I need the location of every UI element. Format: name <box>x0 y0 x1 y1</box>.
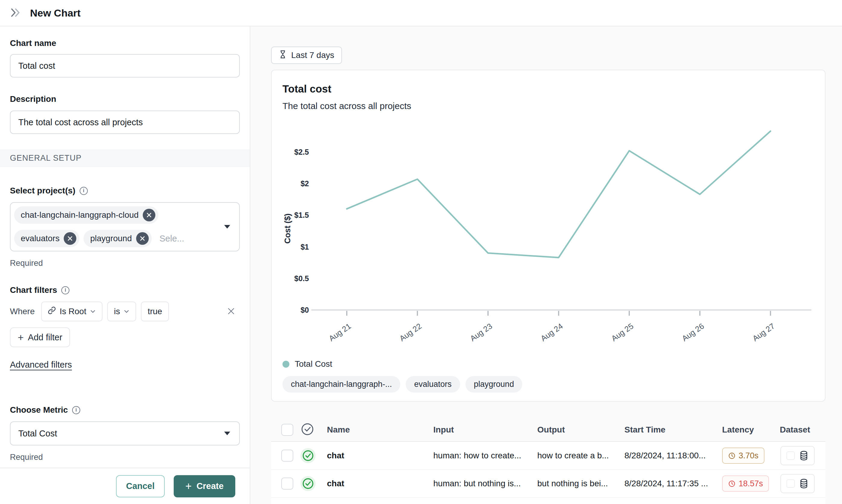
choose-metric-info-icon[interactable]: i <box>72 406 80 414</box>
general-setup-title: GENERAL SETUP <box>10 154 82 162</box>
clock-icon <box>728 480 736 487</box>
add-filter-button[interactable]: + Add filter <box>10 327 70 347</box>
project-chip: playground <box>84 230 152 247</box>
svg-text:$1: $1 <box>300 243 309 251</box>
top-header: New Chart <box>0 0 842 26</box>
clock-icon <box>728 452 736 460</box>
close-icon <box>227 307 235 316</box>
project-chip: evaluators <box>14 230 79 247</box>
project-chip-label: evaluators <box>21 234 59 243</box>
svg-text:Cost ($): Cost ($) <box>283 214 292 244</box>
latency-badge: 18.57s <box>722 475 769 492</box>
close-icon <box>146 212 152 218</box>
add-filter-label: Add filter <box>28 332 62 342</box>
form-footer: Cancel + Create <box>0 468 250 504</box>
chart-preview-card: Total cost The total cost across all pro… <box>271 70 825 401</box>
run-input: human: how to create... <box>433 451 537 461</box>
create-button[interactable]: + Create <box>174 475 235 498</box>
row-status <box>300 448 327 463</box>
remove-project-button[interactable] <box>143 209 155 221</box>
filter-operator-dropdown[interactable]: is <box>107 302 136 321</box>
filter-field-dropdown[interactable]: Is Root <box>41 302 103 321</box>
close-icon <box>67 236 73 241</box>
svg-text:Aug 23: Aug 23 <box>469 321 494 343</box>
dataset-checkbox[interactable] <box>786 479 795 488</box>
filter-where-label: Where <box>10 307 35 316</box>
project-select-placeholder: Sele... <box>160 234 184 244</box>
svg-text:$2: $2 <box>300 179 309 188</box>
col-header-start-time[interactable]: Start Time <box>625 425 722 435</box>
remove-filter-button[interactable] <box>227 307 235 317</box>
cancel-button[interactable]: Cancel <box>116 475 165 498</box>
metric-select-value: Total Cost <box>18 429 57 438</box>
partial-table-row <box>271 498 825 504</box>
table-row[interactable]: chat human: how to create... how to crea… <box>271 442 825 470</box>
chart-legend: Total Cost <box>282 359 814 369</box>
time-range-label: Last 7 days <box>291 51 334 60</box>
run-name: chat <box>327 479 433 488</box>
runs-table: Name Input Output Start Time Latency Dat… <box>271 418 825 504</box>
chevron-down-icon <box>90 309 96 313</box>
run-name: chat <box>327 451 433 461</box>
project-tags-row: chat-langchain-langgraph-... evaluators … <box>282 376 814 393</box>
remove-project-button[interactable] <box>136 232 149 245</box>
collapse-panel-button[interactable] <box>9 7 22 19</box>
new-chart-form-panel: Chart name Description GENERAL SETUP Sel… <box>0 26 250 504</box>
col-header-output[interactable]: Output <box>537 425 625 435</box>
chevron-down-icon <box>123 309 129 313</box>
time-range-button[interactable]: Last 7 days <box>271 47 342 64</box>
add-to-dataset-button[interactable] <box>780 474 815 493</box>
chart-filters-info-icon[interactable]: i <box>61 286 69 294</box>
description-input[interactable] <box>10 110 240 134</box>
select-all-checkbox[interactable] <box>281 424 293 436</box>
database-icon <box>799 451 809 461</box>
status-column-icon <box>300 422 327 437</box>
svg-text:Aug 26: Aug 26 <box>680 321 706 343</box>
latency-badge: 3.70s <box>722 448 765 464</box>
preview-area: Last 7 days Total cost The total cost ac… <box>250 26 842 504</box>
database-icon <box>799 479 809 489</box>
project-multiselect[interactable]: chat-langchain-langgraph-cloud evaluator… <box>10 202 240 251</box>
row-checkbox[interactable] <box>281 450 293 462</box>
legend-dot-icon <box>282 361 290 367</box>
col-header-dataset[interactable]: Dataset <box>780 425 825 435</box>
success-check-icon <box>300 476 316 491</box>
project-chip-label: playground <box>90 234 132 243</box>
svg-text:Aug 22: Aug 22 <box>398 321 423 343</box>
svg-text:Aug 21: Aug 21 <box>327 321 353 343</box>
metric-select[interactable]: Total Cost <box>10 421 240 446</box>
projects-required-hint: Required <box>10 258 240 268</box>
row-status <box>300 476 327 491</box>
col-header-input[interactable]: Input <box>433 425 537 435</box>
plus-icon: + <box>18 332 24 342</box>
chart-name-label: Chart name <box>10 38 240 48</box>
project-tag: chat-langchain-langgraph-... <box>282 376 400 393</box>
chart-filters-label: Chart filters <box>10 285 57 295</box>
run-output: but nothing is bei... <box>537 479 625 488</box>
run-output: how to create a b... <box>537 451 625 461</box>
add-to-dataset-button[interactable] <box>780 446 815 465</box>
plus-icon: + <box>186 481 192 492</box>
row-checkbox[interactable] <box>281 478 293 490</box>
filter-value-input[interactable]: true <box>141 302 169 321</box>
col-header-name[interactable]: Name <box>327 425 433 435</box>
project-chip: chat-langchain-langgraph-cloud <box>14 206 158 224</box>
legend-label: Total Cost <box>295 359 332 369</box>
svg-text:$1.5: $1.5 <box>294 211 309 219</box>
select-projects-info-icon[interactable]: i <box>80 187 88 195</box>
latency-value: 3.70s <box>739 451 758 461</box>
general-setup-section-header: GENERAL SETUP <box>0 149 250 167</box>
chart-name-input[interactable] <box>10 54 240 77</box>
chevron-down-icon <box>224 432 230 435</box>
success-check-icon <box>300 448 316 463</box>
remove-project-button[interactable] <box>64 232 76 245</box>
run-start-time: 8/28/2024, 11:18:00... <box>625 451 722 461</box>
metric-required-hint: Required <box>10 453 240 462</box>
table-row[interactable]: chat human: but nothing is... but nothin… <box>271 470 825 498</box>
col-header-latency[interactable]: Latency <box>722 425 780 435</box>
project-tag: playground <box>466 376 523 393</box>
dataset-checkbox[interactable] <box>786 451 795 460</box>
svg-text:Aug 24: Aug 24 <box>539 321 565 343</box>
project-tag: evaluators <box>406 376 460 393</box>
advanced-filters-link[interactable]: Advanced filters <box>10 360 72 370</box>
